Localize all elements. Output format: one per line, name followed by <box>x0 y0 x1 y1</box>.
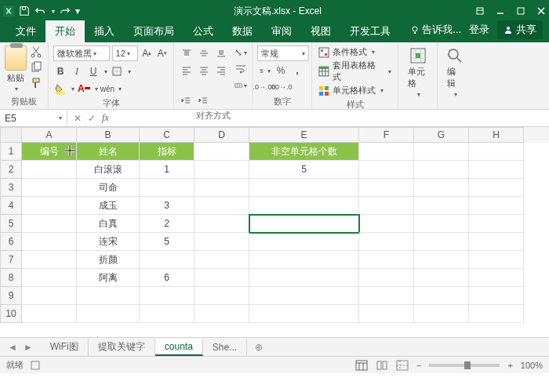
cell[interactable] <box>414 161 469 179</box>
cell[interactable] <box>249 215 359 233</box>
cell[interactable] <box>249 305 359 323</box>
sheet-tab-more[interactable]: She... <box>203 339 247 355</box>
cell[interactable] <box>359 233 414 251</box>
row-header[interactable]: 5 <box>0 215 22 233</box>
new-sheet-button[interactable]: ⊕ <box>247 342 271 353</box>
tab-view[interactable]: 视图 <box>301 20 340 42</box>
cell[interactable] <box>469 287 524 305</box>
row-header[interactable]: 1 <box>0 143 22 161</box>
comma-button[interactable]: , <box>290 64 304 78</box>
page-layout-view-icon[interactable] <box>376 360 388 371</box>
login-link[interactable]: 登录 <box>469 23 489 37</box>
cell[interactable] <box>249 197 359 215</box>
cell[interactable]: 非空单元格个数 <box>249 143 359 161</box>
fx-icon[interactable]: fx <box>102 112 109 124</box>
cell[interactable] <box>22 269 77 287</box>
cell[interactable] <box>140 287 195 305</box>
cell[interactable] <box>414 215 469 233</box>
cell[interactable]: 2 <box>140 215 195 233</box>
cell[interactable] <box>249 251 359 269</box>
row-header[interactable]: 3 <box>0 179 22 197</box>
row-header[interactable]: 8 <box>0 269 22 287</box>
cell[interactable]: 白滚滚 <box>77 161 140 179</box>
align-top-icon[interactable] <box>179 45 195 61</box>
cell[interactable] <box>195 305 249 323</box>
column-header[interactable]: D <box>195 127 249 143</box>
cell[interactable]: 3 <box>140 197 195 215</box>
tab-home[interactable]: 开始 <box>45 20 85 42</box>
cell[interactable]: 指标 <box>140 143 195 161</box>
cell[interactable]: 折颜 <box>77 251 140 269</box>
zoom-slider[interactable] <box>429 364 500 367</box>
font-name-combo[interactable]: 微软雅黑▾ <box>53 45 110 61</box>
cell[interactable] <box>359 305 414 323</box>
cell[interactable] <box>469 143 524 161</box>
select-all-corner[interactable] <box>0 127 22 143</box>
cell[interactable]: 司命 <box>77 179 140 197</box>
format-painter-icon[interactable] <box>30 77 42 89</box>
cell[interactable]: 连宋 <box>77 233 140 251</box>
percent-button[interactable]: % <box>274 64 288 78</box>
row-header[interactable]: 4 <box>0 197 22 215</box>
column-header[interactable]: A <box>22 127 77 143</box>
copy-icon[interactable] <box>30 61 42 74</box>
redo-icon[interactable] <box>60 5 71 16</box>
cell[interactable] <box>195 287 249 305</box>
cell[interactable] <box>414 251 469 269</box>
share-button[interactable]: 共享 <box>497 20 543 39</box>
cell[interactable] <box>22 215 77 233</box>
cell[interactable]: 编号 <box>22 143 77 161</box>
sheet-tab-wifi[interactable]: WiFi图 <box>41 338 89 356</box>
cell[interactable] <box>469 215 524 233</box>
cell[interactable] <box>195 197 249 215</box>
zoom-out-button[interactable]: − <box>416 361 421 370</box>
underline-button[interactable]: U <box>86 64 100 78</box>
tab-review[interactable]: 审阅 <box>262 20 301 42</box>
cell[interactable] <box>22 197 77 215</box>
cell[interactable] <box>414 233 469 251</box>
cell[interactable]: 白真 <box>77 215 140 233</box>
cell[interactable] <box>249 287 359 305</box>
cell[interactable]: 5 <box>140 233 195 251</box>
cell[interactable] <box>195 233 249 251</box>
font-color-button[interactable]: A <box>77 82 91 96</box>
cell[interactable] <box>195 161 249 179</box>
cell[interactable] <box>195 215 249 233</box>
save-icon[interactable] <box>19 5 30 16</box>
bold-button[interactable]: B <box>53 64 67 78</box>
tab-data[interactable]: 数据 <box>223 20 262 42</box>
cell[interactable] <box>359 287 414 305</box>
cell[interactable] <box>22 161 77 179</box>
tab-file[interactable]: 文件 <box>6 20 45 42</box>
cell[interactable] <box>77 305 140 323</box>
cell[interactable] <box>469 197 524 215</box>
align-center-icon[interactable] <box>196 63 212 78</box>
cell[interactable] <box>359 143 414 161</box>
cell[interactable] <box>414 305 469 323</box>
currency-button[interactable]: $▾ <box>257 64 271 78</box>
cell[interactable] <box>469 233 524 251</box>
conditional-format-button[interactable]: 条件格式▾ <box>317 45 393 59</box>
cell[interactable]: 6 <box>140 269 195 287</box>
cell[interactable] <box>195 251 249 269</box>
tell-me[interactable]: 告诉我... <box>410 23 461 37</box>
row-header[interactable]: 7 <box>0 251 22 269</box>
cell[interactable] <box>414 179 469 197</box>
decrease-decimal-icon[interactable]: .00→.0 <box>274 80 288 94</box>
cancel-formula-icon[interactable]: ✕ <box>74 113 82 124</box>
cell[interactable] <box>469 269 524 287</box>
row-header[interactable]: 10 <box>0 305 22 323</box>
sheet-nav-next-icon[interactable]: ► <box>24 342 33 353</box>
cell[interactable] <box>22 233 77 251</box>
increase-font-icon[interactable]: A▴ <box>140 46 153 60</box>
row-header[interactable]: 9 <box>0 287 22 305</box>
enter-formula-icon[interactable]: ✓ <box>88 113 96 124</box>
cell[interactable] <box>359 161 414 179</box>
zoom-level[interactable]: 100% <box>521 361 543 370</box>
cell[interactable] <box>22 251 77 269</box>
cell[interactable] <box>414 197 469 215</box>
align-right-icon[interactable] <box>213 63 229 78</box>
align-middle-icon[interactable] <box>196 45 212 61</box>
normal-view-icon[interactable] <box>355 360 368 371</box>
cells-button[interactable]: 单元格▾ <box>403 45 432 100</box>
